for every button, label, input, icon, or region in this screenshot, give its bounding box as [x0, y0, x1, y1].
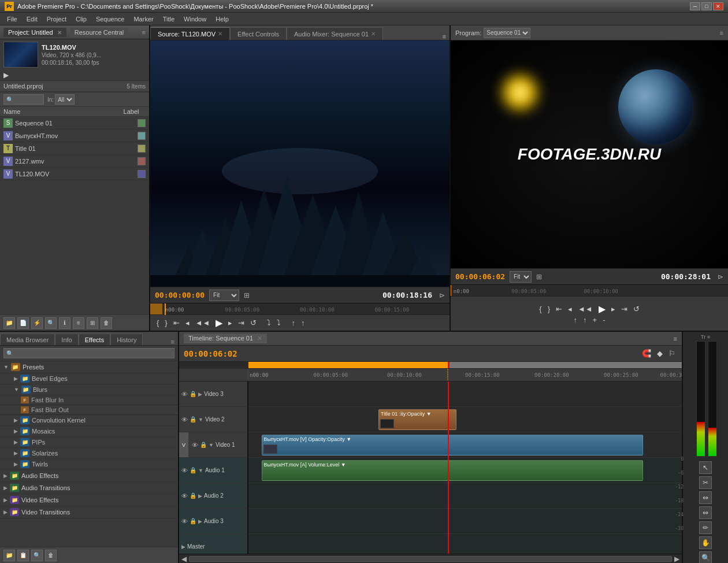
timeline-scroll-right[interactable]: ▶	[674, 555, 679, 563]
source-prev-keyframe-btn[interactable]: ⇤	[172, 318, 181, 327]
program-fit-select[interactable]: Fit	[510, 271, 532, 283]
info-button[interactable]: ℹ	[59, 317, 70, 329]
track-eye-video3[interactable]: 👁	[181, 391, 188, 398]
source-extract-btn[interactable]: ↑	[299, 318, 307, 327]
tab-effect-controls[interactable]: Effect Controls	[230, 27, 287, 40]
effects-category-presets-header[interactable]: ▼ 📁 Presets	[0, 361, 178, 373]
in-select[interactable]: All	[55, 94, 75, 105]
source-out-point-btn[interactable]: ⊳	[439, 291, 445, 299]
track-row-master[interactable]	[248, 534, 682, 554]
effects-subcat-twirls[interactable]: ▶ 📁 Twirls	[0, 459, 178, 470]
audio-slide-tool[interactable]: ⇔	[699, 506, 712, 519]
effects-new-bin-btn[interactable]: 📋	[17, 550, 29, 561]
program-mark-in-btn[interactable]: {	[537, 305, 543, 313]
tab-source[interactable]: Source: TL120.MOV ✕	[150, 27, 230, 40]
effects-category-video-effects-header[interactable]: ▶ 📁 Video Effects	[0, 494, 178, 506]
tab-resource-central[interactable]: Resource Central	[70, 28, 129, 37]
list-item[interactable]: S Sequence 01	[0, 117, 149, 129]
track-expand-video2[interactable]: ▼	[198, 417, 203, 423]
audio-pen-tool[interactable]: ✏	[699, 521, 712, 534]
track-expand-master[interactable]: ▶	[181, 544, 185, 550]
source-timeline-bar[interactable]: n00:00 00:00:05:00 00:00:10:00 00:00:15:…	[150, 303, 450, 314]
track-row-video1[interactable]: ВыпускHT.mov [V] Opacity:Opacity ▼	[248, 432, 682, 458]
track-lock-audio2[interactable]: 🔒	[190, 492, 196, 499]
track-lock-video2[interactable]: 🔒	[190, 416, 196, 423]
track-lock-audio1[interactable]: 🔒	[190, 467, 196, 473]
audio-select-tool[interactable]: ↖	[699, 461, 712, 474]
audio-hand-tool[interactable]: ✋	[699, 536, 712, 549]
timeline-tab[interactable]: Timeline: Sequence 01 ✕	[184, 334, 267, 343]
tab-audio-mixer[interactable]: Audio Mixer: Sequence 01 ✕	[287, 27, 383, 40]
menu-title[interactable]: Title	[158, 14, 179, 24]
track-expand-video3[interactable]: ▶	[198, 391, 202, 397]
program-safe-margins-btn[interactable]: ⊞	[536, 273, 542, 281]
timeline-snap-btn[interactable]: 🧲	[640, 349, 653, 358]
timeline-add-markers-btn[interactable]: ⚐	[667, 349, 677, 358]
source-panel-menu[interactable]: ≡	[439, 33, 450, 40]
menu-file[interactable]: File	[2, 14, 22, 24]
tab-media-browser[interactable]: Media Browser	[0, 334, 55, 345]
minimize-button[interactable]: ─	[690, 2, 700, 10]
program-zoom-in-btn[interactable]: +	[591, 316, 599, 324]
timeline-scrollbar[interactable]	[189, 556, 672, 562]
icon-view-button[interactable]: ⊞	[87, 317, 98, 329]
effects-item-fast-blur-out[interactable]: F Fast Blur Out	[0, 405, 178, 415]
menu-edit[interactable]: Edit	[22, 14, 42, 24]
source-insert-btn[interactable]: ⤵	[265, 318, 273, 327]
audio-razor-tool[interactable]: ✂	[699, 476, 712, 489]
track-eye-video1[interactable]: 👁	[192, 442, 198, 449]
project-play-button[interactable]: ▶	[3, 71, 9, 79]
effects-new-folder-btn[interactable]: 📁	[3, 550, 15, 561]
effects-subcat-convolution[interactable]: ▶ 📁 Convolution Kernel	[0, 415, 178, 426]
track-lock-audio3[interactable]: 🔒	[190, 518, 196, 524]
program-step-fwd-btn[interactable]: ▸	[610, 305, 617, 313]
source-lift-btn[interactable]: ↑	[289, 318, 297, 327]
source-overwrite-btn[interactable]: ⤵	[275, 318, 283, 327]
program-extract-btn[interactable]: ↑	[581, 316, 589, 324]
program-zoom-out-btn[interactable]: -	[601, 316, 607, 324]
automate-button[interactable]: ⚡	[31, 317, 43, 329]
clip-title01[interactable]: Title 01 :ity:Opacity ▼	[378, 409, 456, 430]
menu-marker[interactable]: Marker	[129, 14, 158, 24]
list-item[interactable]: T Title 01	[0, 142, 149, 155]
effects-search-input[interactable]	[3, 348, 174, 358]
track-eye-audio2[interactable]: 👁	[181, 492, 188, 499]
program-rewind-btn[interactable]: ◄◄	[576, 305, 595, 313]
source-mark-in-btn[interactable]: {	[155, 318, 161, 327]
list-item[interactable]: V TL120.MOV	[0, 168, 149, 180]
program-lift-btn[interactable]: ↑	[572, 316, 580, 324]
source-step-back-btn[interactable]: ◂	[184, 318, 191, 327]
menu-window[interactable]: Window	[179, 14, 211, 24]
track-lock-video1[interactable]: 🔒	[200, 442, 207, 448]
clip-vypusk-audio[interactable]: ВыпускHT.mov [A] Volume:Level ▼	[262, 460, 643, 481]
effects-category-video-transitions-header[interactable]: ▶ 📁 Video Transitions	[0, 506, 178, 518]
tab-project-close[interactable]: ✕	[57, 29, 62, 36]
source-next-keyframe-btn[interactable]: ⇥	[236, 318, 246, 327]
tab-project-untitled[interactable]: Project: Untitled ✕	[3, 28, 66, 37]
track-row-video3[interactable]	[248, 381, 682, 407]
list-item[interactable]: V 2127.wmv	[0, 155, 149, 168]
track-expand-audio1[interactable]: ▼	[198, 468, 203, 473]
menu-help[interactable]: Help	[211, 14, 233, 24]
timeline-marker-btn[interactable]: ◆	[655, 349, 664, 358]
tab-info[interactable]: Info	[55, 334, 78, 345]
program-panel-menu[interactable]: ≡	[720, 29, 723, 36]
track-expand-audio2[interactable]: ▶	[198, 493, 202, 499]
panel-menu-button[interactable]: ≡	[142, 29, 146, 36]
audio-mixer-tab-close[interactable]: ✕	[371, 31, 376, 37]
source-step-fwd-btn[interactable]: ▸	[226, 318, 234, 327]
tab-effects[interactable]: Effects	[79, 334, 110, 345]
track-lock-video3[interactable]: 🔒	[190, 391, 196, 397]
effects-subcat-bevel-edges[interactable]: ▶ 📁 Bevel Edges	[0, 373, 178, 384]
track-row-audio3[interactable]	[248, 509, 682, 534]
effects-category-audio-transitions-header[interactable]: ▶ 📁 Audio Transitions	[0, 482, 178, 494]
track-eye-video2[interactable]: 👁	[181, 416, 188, 423]
effects-category-audio-effects-header[interactable]: ▶ 📁 Audio Effects	[0, 470, 178, 482]
menu-sequence[interactable]: Sequence	[91, 14, 129, 24]
effects-delete-btn[interactable]: 🗑	[45, 550, 57, 561]
track-eye-audio3[interactable]: 👁	[181, 518, 188, 525]
new-item-button[interactable]: 📄	[17, 317, 29, 329]
effects-item-fast-blur-in[interactable]: F Fast Blur In	[0, 395, 178, 405]
list-view-button[interactable]: ≡	[73, 317, 84, 329]
audio-slip-tool[interactable]: ⇔	[699, 491, 712, 504]
